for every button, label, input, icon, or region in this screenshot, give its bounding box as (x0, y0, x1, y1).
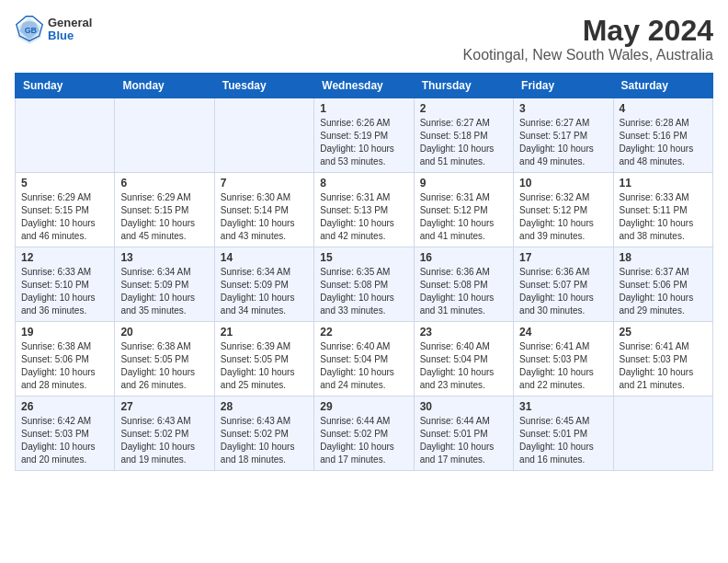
calendar-cell: 13Sunrise: 6:34 AM Sunset: 5:09 PM Dayli… (115, 247, 214, 322)
day-info: Sunrise: 6:27 AM Sunset: 5:17 PM Dayligh… (519, 117, 607, 168)
day-info: Sunrise: 6:34 AM Sunset: 5:09 PM Dayligh… (120, 266, 208, 317)
day-number: 25 (620, 326, 707, 339)
day-number: 2 (420, 102, 507, 115)
calendar-cell: 21Sunrise: 6:39 AM Sunset: 5:05 PM Dayli… (214, 322, 313, 396)
day-number: 3 (519, 102, 607, 115)
day-number: 15 (320, 251, 407, 264)
calendar-cell: 16Sunrise: 6:36 AM Sunset: 5:08 PM Dayli… (414, 247, 513, 322)
calendar-cell (16, 98, 115, 173)
calendar-cell: 9Sunrise: 6:31 AM Sunset: 5:12 PM Daylig… (414, 173, 513, 247)
day-number: 5 (21, 177, 108, 190)
calendar-table: SundayMondayTuesdayWednesdayThursdayFrid… (15, 73, 713, 471)
day-info: Sunrise: 6:37 AM Sunset: 5:06 PM Dayligh… (620, 266, 707, 317)
calendar-cell: 24Sunrise: 6:41 AM Sunset: 5:03 PM Dayli… (514, 322, 613, 396)
day-header-thursday: Thursday (414, 74, 513, 98)
day-number: 29 (320, 400, 407, 413)
calendar-cell: 20Sunrise: 6:38 AM Sunset: 5:05 PM Dayli… (115, 322, 214, 396)
logo: GB General Blue (15, 15, 92, 44)
day-number: 12 (21, 251, 108, 264)
calendar-cell: 19Sunrise: 6:38 AM Sunset: 5:06 PM Dayli… (16, 322, 115, 396)
day-header-monday: Monday (115, 74, 214, 98)
week-row-5: 26Sunrise: 6:42 AM Sunset: 5:03 PM Dayli… (16, 396, 713, 471)
day-info: Sunrise: 6:36 AM Sunset: 5:07 PM Dayligh… (519, 266, 607, 317)
calendar-cell: 15Sunrise: 6:35 AM Sunset: 5:08 PM Dayli… (314, 247, 414, 322)
day-info: Sunrise: 6:30 AM Sunset: 5:14 PM Dayligh… (221, 191, 308, 243)
logo-text: General Blue (48, 17, 92, 43)
day-header-tuesday: Tuesday (214, 74, 313, 98)
day-info: Sunrise: 6:41 AM Sunset: 5:03 PM Dayligh… (620, 340, 707, 392)
calendar-cell (115, 98, 214, 173)
calendar-cell (613, 396, 712, 471)
day-info: Sunrise: 6:28 AM Sunset: 5:16 PM Dayligh… (620, 117, 707, 168)
calendar-cell: 23Sunrise: 6:40 AM Sunset: 5:04 PM Dayli… (414, 322, 513, 396)
day-header-friday: Friday (514, 74, 613, 98)
calendar-subtitle: Kootingal, New South Wales, Australia (463, 47, 713, 63)
day-number: 14 (221, 251, 308, 264)
day-info: Sunrise: 6:26 AM Sunset: 5:19 PM Dayligh… (320, 117, 407, 168)
day-info: Sunrise: 6:39 AM Sunset: 5:05 PM Dayligh… (221, 340, 308, 392)
day-number: 4 (620, 102, 707, 115)
day-number: 23 (420, 326, 507, 339)
day-number: 30 (420, 400, 507, 413)
day-number: 19 (21, 326, 108, 339)
day-info: Sunrise: 6:29 AM Sunset: 5:15 PM Dayligh… (21, 191, 108, 243)
day-number: 31 (519, 400, 607, 413)
calendar-cell: 5Sunrise: 6:29 AM Sunset: 5:15 PM Daylig… (16, 173, 115, 247)
day-number: 10 (519, 177, 607, 190)
day-headers-row: SundayMondayTuesdayWednesdayThursdayFrid… (16, 74, 713, 98)
title-block: May 2024 Kootingal, New South Wales, Aus… (463, 15, 713, 63)
day-number: 22 (320, 326, 407, 339)
calendar-cell: 25Sunrise: 6:41 AM Sunset: 5:03 PM Dayli… (613, 322, 712, 396)
day-number: 16 (420, 251, 507, 264)
calendar-cell: 8Sunrise: 6:31 AM Sunset: 5:13 PM Daylig… (314, 173, 414, 247)
day-header-wednesday: Wednesday (314, 74, 414, 98)
day-info: Sunrise: 6:31 AM Sunset: 5:13 PM Dayligh… (320, 191, 407, 243)
calendar-cell: 4Sunrise: 6:28 AM Sunset: 5:16 PM Daylig… (613, 98, 712, 173)
calendar-cell: 10Sunrise: 6:32 AM Sunset: 5:12 PM Dayli… (514, 173, 613, 247)
day-info: Sunrise: 6:44 AM Sunset: 5:02 PM Dayligh… (320, 415, 407, 466)
calendar-cell: 22Sunrise: 6:40 AM Sunset: 5:04 PM Dayli… (314, 322, 414, 396)
day-number: 17 (519, 251, 607, 264)
calendar-body: 1Sunrise: 6:26 AM Sunset: 5:19 PM Daylig… (16, 98, 713, 471)
day-info: Sunrise: 6:31 AM Sunset: 5:12 PM Dayligh… (420, 191, 507, 243)
logo-blue: Blue (48, 29, 92, 42)
day-number: 1 (320, 102, 407, 115)
calendar-cell: 17Sunrise: 6:36 AM Sunset: 5:07 PM Dayli… (514, 247, 613, 322)
calendar-cell: 7Sunrise: 6:30 AM Sunset: 5:14 PM Daylig… (214, 173, 313, 247)
day-number: 20 (120, 326, 208, 339)
week-row-1: 1Sunrise: 6:26 AM Sunset: 5:19 PM Daylig… (16, 98, 713, 173)
day-number: 21 (221, 326, 308, 339)
day-number: 24 (519, 326, 607, 339)
calendar-cell: 29Sunrise: 6:44 AM Sunset: 5:02 PM Dayli… (314, 396, 414, 471)
day-info: Sunrise: 6:34 AM Sunset: 5:09 PM Dayligh… (221, 266, 308, 317)
day-info: Sunrise: 6:43 AM Sunset: 5:02 PM Dayligh… (120, 415, 208, 466)
logo-general: General (48, 17, 92, 29)
calendar-cell: 26Sunrise: 6:42 AM Sunset: 5:03 PM Dayli… (16, 396, 115, 471)
day-info: Sunrise: 6:32 AM Sunset: 5:12 PM Dayligh… (519, 191, 607, 243)
calendar-cell: 31Sunrise: 6:45 AM Sunset: 5:01 PM Dayli… (514, 396, 613, 471)
day-info: Sunrise: 6:33 AM Sunset: 5:10 PM Dayligh… (21, 266, 108, 317)
day-number: 27 (120, 400, 208, 413)
calendar-cell: 14Sunrise: 6:34 AM Sunset: 5:09 PM Dayli… (214, 247, 313, 322)
svg-text:GB: GB (25, 26, 37, 35)
page-header: GB General Blue May 2024 Kootingal, New … (15, 15, 713, 63)
day-info: Sunrise: 6:45 AM Sunset: 5:01 PM Dayligh… (519, 415, 607, 466)
week-row-2: 5Sunrise: 6:29 AM Sunset: 5:15 PM Daylig… (16, 173, 713, 247)
calendar-cell: 2Sunrise: 6:27 AM Sunset: 5:18 PM Daylig… (414, 98, 513, 173)
calendar-cell: 18Sunrise: 6:37 AM Sunset: 5:06 PM Dayli… (613, 247, 712, 322)
day-info: Sunrise: 6:38 AM Sunset: 5:06 PM Dayligh… (21, 340, 108, 392)
day-info: Sunrise: 6:43 AM Sunset: 5:02 PM Dayligh… (221, 415, 308, 466)
calendar-cell: 3Sunrise: 6:27 AM Sunset: 5:17 PM Daylig… (514, 98, 613, 173)
day-info: Sunrise: 6:36 AM Sunset: 5:08 PM Dayligh… (420, 266, 507, 317)
calendar-cell: 27Sunrise: 6:43 AM Sunset: 5:02 PM Dayli… (115, 396, 214, 471)
logo-icon: GB (15, 15, 44, 44)
day-info: Sunrise: 6:40 AM Sunset: 5:04 PM Dayligh… (320, 340, 407, 392)
calendar-title: May 2024 (463, 15, 713, 47)
day-info: Sunrise: 6:38 AM Sunset: 5:05 PM Dayligh… (120, 340, 208, 392)
calendar-cell: 12Sunrise: 6:33 AM Sunset: 5:10 PM Dayli… (16, 247, 115, 322)
calendar-cell: 6Sunrise: 6:29 AM Sunset: 5:15 PM Daylig… (115, 173, 214, 247)
week-row-3: 12Sunrise: 6:33 AM Sunset: 5:10 PM Dayli… (16, 247, 713, 322)
day-number: 9 (420, 177, 507, 190)
calendar-header: SundayMondayTuesdayWednesdayThursdayFrid… (16, 74, 713, 98)
day-info: Sunrise: 6:33 AM Sunset: 5:11 PM Dayligh… (620, 191, 707, 243)
